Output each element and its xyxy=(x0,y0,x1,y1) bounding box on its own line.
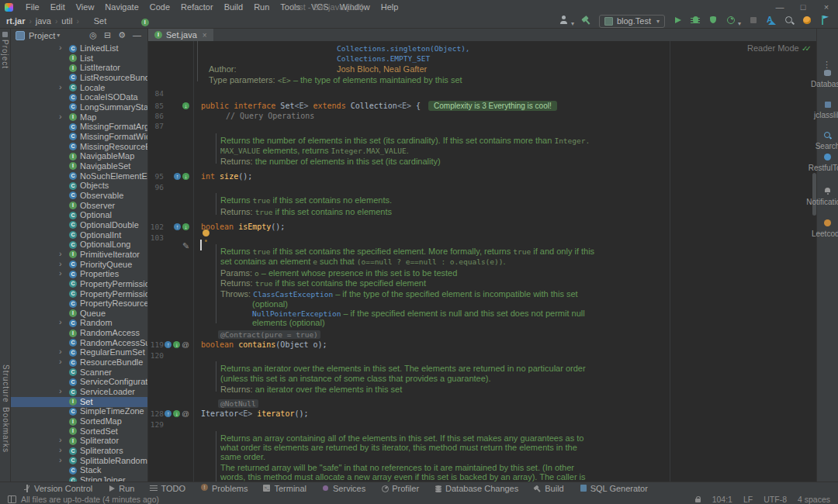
edit-pencil-icon[interactable]: ✎ xyxy=(182,241,189,251)
search-everywhere-icon[interactable] xyxy=(784,15,795,27)
maximize-button[interactable]: □ xyxy=(791,0,815,14)
toolwindow-button-build[interactable]: Build xyxy=(534,484,563,493)
menu-file[interactable]: File xyxy=(20,2,45,12)
menu-help[interactable]: Help xyxy=(376,2,404,12)
stripe-tab-leetcode[interactable]: Leetcode xyxy=(817,219,838,238)
impl-marker-icon[interactable]: ↓ xyxy=(182,173,189,180)
tree-item-Spliterators[interactable]: ›CSpliterators xyxy=(11,446,147,456)
stripe-tab-jclasslib[interactable]: jclasslib xyxy=(817,100,838,119)
expand-arrow-icon[interactable]: › xyxy=(59,445,62,455)
tree-item-LongSummaryStatistics[interactable]: CLongSummaryStatistics xyxy=(11,102,147,112)
translate-icon[interactable] xyxy=(766,15,777,27)
toolwindow-button-todo[interactable]: TODO xyxy=(150,484,185,493)
stripe-tab-restfultool[interactable]: RestfulTool xyxy=(817,153,838,172)
tree-item-Locale[interactable]: ›CLocale xyxy=(11,83,147,93)
menu-refactor[interactable]: Refactor xyxy=(175,2,219,12)
over-marker-icon[interactable]: ↑ xyxy=(174,223,181,230)
tree-item-ResourceBundle[interactable]: ›CResourceBundle xyxy=(11,357,147,368)
tree-item-SortedSet[interactable]: ISortedSet xyxy=(11,426,147,437)
over-marker-icon[interactable]: ↑ xyxy=(174,173,181,180)
impl-marker-icon[interactable]: ↓ xyxy=(173,341,180,348)
stripe-tab-notifications[interactable]: Notifications xyxy=(817,187,838,206)
tree-item-Map[interactable]: ›IMap xyxy=(11,112,147,123)
expand-arrow-icon[interactable]: › xyxy=(59,317,62,327)
breadcrumb-item-util[interactable]: util xyxy=(61,16,72,26)
tree-item-List[interactable]: IList xyxy=(11,54,147,64)
close-button[interactable]: × xyxy=(815,0,838,14)
tree-item-MissingFormatWidthExc[interactable]: CMissingFormatWidthExc xyxy=(11,132,147,142)
tree-item-OptionalInt[interactable]: COptionalInt xyxy=(11,230,147,240)
expand-arrow-icon[interactable]: › xyxy=(59,455,62,465)
tree-item-MissingResourceExceptio[interactable]: CMissingResourceExceptio xyxy=(11,142,147,152)
expand-arrow-icon[interactable]: › xyxy=(59,357,62,367)
tree-item-MissingFormatArgument[interactable]: CMissingFormatArgument xyxy=(11,122,147,132)
caret-position[interactable]: 104:1 xyxy=(712,495,732,504)
tree-item-NoSuchElementException[interactable]: CNoSuchElementException xyxy=(11,171,147,181)
tree-item-Spliterator[interactable]: ›ISpliterator xyxy=(11,436,147,446)
stripe-tab-search[interactable]: Search xyxy=(817,131,838,150)
flag-icon[interactable] xyxy=(819,15,830,27)
tree-item-ListIterator[interactable]: IListIterator xyxy=(11,63,147,73)
expand-arrow-icon[interactable]: › xyxy=(59,82,62,92)
tree-item-RandomAccess[interactable]: IRandomAccess xyxy=(11,328,147,338)
tree-item-SortedMap[interactable]: ISortedMap xyxy=(11,416,147,426)
coverage-icon[interactable] xyxy=(708,15,719,27)
doc-link[interactable]: Collections.EMPTY_SET xyxy=(337,54,430,63)
over-marker-icon[interactable]: ↑ xyxy=(164,410,171,417)
over-marker-icon[interactable]: ↑ xyxy=(164,341,171,348)
profiler-icon[interactable]: ▾ xyxy=(725,15,741,27)
expand-arrow-icon[interactable]: › xyxy=(59,435,62,445)
tree-item-Queue[interactable]: IQueue xyxy=(11,309,147,319)
tree-item-PropertyPermissionCollec[interactable]: CPropertyPermissionCollec xyxy=(11,289,147,299)
tree-item-ServiceConfigurationError[interactable]: CServiceConfigurationError xyxy=(11,377,147,387)
build-hammer-icon[interactable] xyxy=(581,15,592,27)
menu-view[interactable]: View xyxy=(71,2,100,12)
reader-mode-label[interactable]: Reader Mode xyxy=(747,43,799,53)
tree-item-SimpleTimeZone[interactable]: CSimpleTimeZone xyxy=(11,406,147,416)
expand-arrow-icon[interactable]: › xyxy=(59,259,62,269)
toolwindow-button-terminal[interactable]: Terminal xyxy=(263,484,306,493)
doc-link[interactable]: ClassCastException xyxy=(253,290,333,299)
file-encoding[interactable]: UTF-8 xyxy=(764,495,787,504)
locate-icon[interactable]: ◎ xyxy=(89,30,97,40)
chevron-down-icon[interactable]: ▾ xyxy=(57,32,60,39)
toolwindow-button-sql-generator[interactable]: SQL Generator xyxy=(580,484,648,493)
layout-icon[interactable] xyxy=(8,495,16,503)
breadcrumb-item-java[interactable]: java xyxy=(36,16,51,26)
menu-run[interactable]: Run xyxy=(248,2,275,12)
tree-item-RegularEnumSet[interactable]: ›CRegularEnumSet xyxy=(11,347,147,357)
minimize-button[interactable]: — xyxy=(768,0,791,14)
doc-link[interactable]: Collections.singleton(Object), xyxy=(337,44,470,53)
menu-build[interactable]: Build xyxy=(219,2,248,12)
stripe-tab-structure[interactable]: Structure xyxy=(2,364,10,403)
inspections-ok-icon[interactable]: ✓✓ xyxy=(802,44,809,53)
stripe-tab-project[interactable]: Project xyxy=(1,40,9,69)
expand-arrow-icon[interactable]: › xyxy=(59,249,62,259)
toolwindow-button-problems[interactable]: Problems xyxy=(201,484,248,493)
tree-item-NavigableMap[interactable]: INavigableMap xyxy=(11,151,147,161)
toolwindow-button-run[interactable]: Run xyxy=(108,484,134,493)
tree-item-PropertyPermission[interactable]: CPropertyPermission xyxy=(11,279,147,289)
doc-link[interactable]: NullPointerException xyxy=(252,309,341,318)
tree-item-OptionalDouble[interactable]: COptionalDouble xyxy=(11,220,147,230)
tree-item-PrimitiveIterator[interactable]: ›IPrimitiveIterator xyxy=(11,250,147,260)
tree-item-Properties[interactable]: ›CProperties xyxy=(11,269,147,279)
tree-item-Optional[interactable]: COptional xyxy=(11,210,147,220)
impl-marker-icon[interactable]: ↓ xyxy=(173,410,180,417)
tree-item-LocaleISOData[interactable]: CLocaleISOData xyxy=(11,92,147,102)
tree-item-Observer[interactable]: IObserver xyxy=(11,201,147,211)
close-icon[interactable]: × xyxy=(203,31,207,40)
user-dropdown-icon[interactable]: ▾ xyxy=(559,15,574,27)
menu-navigate[interactable]: Navigate xyxy=(99,2,144,12)
indent-style[interactable]: 4 spaces xyxy=(798,495,830,504)
at-marker-icon[interactable]: @ xyxy=(182,341,189,348)
stripe-tab-bookmarks[interactable]: Bookmarks xyxy=(2,407,10,453)
toolwindow-button-services[interactable]: Services xyxy=(322,484,365,493)
tree-item-NavigableSet[interactable]: INavigableSet xyxy=(11,161,147,171)
editor[interactable]: 8485↓868795↑↓96102↑↓103119↑↓@120128↑↓@12… xyxy=(148,41,817,482)
project-panel-title[interactable]: Project xyxy=(29,31,55,40)
stripe-tab-database[interactable]: Database xyxy=(817,69,838,88)
tree-item-PriorityQueue[interactable]: ›CPriorityQueue xyxy=(11,260,147,270)
hide-icon[interactable]: — xyxy=(133,30,141,40)
expand-arrow-icon[interactable]: › xyxy=(59,112,62,122)
